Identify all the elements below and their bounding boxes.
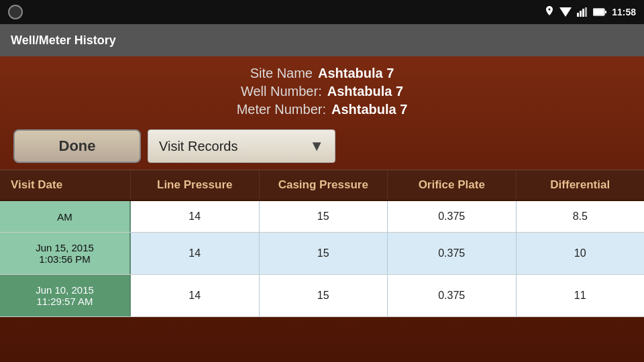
site-name-label: Site Name: [250, 66, 313, 81]
table-body: AM 14 15 0.375 8.5 Jun 15, 2015 1:03:56 …: [0, 201, 644, 362]
meter-number-value: Ashtabula 7: [331, 102, 407, 117]
cell-casing-1: 15: [260, 233, 388, 274]
cell-line-0: 14: [131, 201, 260, 232]
status-left: [8, 5, 23, 19]
status-right: 11:58: [545, 6, 636, 18]
wifi-icon: [559, 7, 572, 17]
table-header: Visit Date Line Pressure Casing Pressure…: [0, 170, 644, 201]
main-content: Site Name Ashtabula 7 Well Number: Ashta…: [0, 56, 644, 362]
svg-rect-2: [580, 11, 582, 17]
table-row[interactable]: Jun 10, 2015 11:29:57 AM 14 15 0.375 11: [0, 275, 644, 317]
well-number-label: Well Number:: [241, 84, 322, 99]
cell-diff-2: 11: [517, 275, 645, 316]
app-title: Well/Meter History: [11, 34, 116, 48]
battery-icon: [593, 8, 606, 16]
chevron-down-icon: ▼: [309, 137, 324, 155]
cell-diff-1: 10: [517, 233, 645, 274]
svg-marker-0: [559, 7, 572, 17]
svg-rect-1: [577, 13, 579, 17]
cell-orifice-1: 0.375: [388, 233, 517, 274]
cell-date-0: AM: [0, 201, 131, 232]
cell-date-1: Jun 15, 2015 1:03:56 PM: [0, 233, 131, 274]
table-row[interactable]: Jun 15, 2015 1:03:56 PM 14 15 0.375 10: [0, 233, 644, 275]
cell-line-2: 14: [131, 275, 260, 316]
title-bar: Well/Meter History: [0, 24, 644, 56]
cell-line-1: 14: [131, 233, 260, 274]
info-section: Site Name Ashtabula 7 Well Number: Ashta…: [0, 56, 644, 123]
cell-orifice-2: 0.375: [388, 275, 517, 316]
site-name-row: Site Name Ashtabula 7: [13, 66, 631, 81]
col-header-visit-date: Visit Date: [0, 170, 131, 200]
dropdown-label: Visit Records: [159, 139, 237, 154]
svg-rect-7: [594, 10, 604, 15]
visit-records-dropdown[interactable]: Visit Records ▼: [148, 129, 335, 163]
circle-icon: [8, 5, 23, 19]
site-name-value: Ashtabula 7: [318, 66, 394, 81]
cell-orifice-0: 0.375: [388, 201, 517, 232]
done-button[interactable]: Done: [13, 129, 141, 163]
cell-casing-0: 15: [260, 201, 388, 232]
controls-row: Done Visit Records ▼: [0, 123, 644, 170]
status-bar: 11:58: [0, 0, 644, 24]
cell-casing-2: 15: [260, 275, 388, 316]
well-number-value: Ashtabula 7: [327, 84, 403, 99]
location-icon: [545, 6, 554, 18]
col-header-line-pressure: Line Pressure: [131, 170, 260, 200]
meter-number-label: Meter Number:: [237, 102, 326, 117]
svg-rect-3: [582, 9, 584, 17]
col-header-differential: Differential: [517, 170, 645, 200]
signal-icon: [577, 7, 588, 17]
table-row[interactable]: AM 14 15 0.375 8.5: [0, 201, 644, 233]
col-header-casing-pressure: Casing Pressure: [260, 170, 388, 200]
well-number-row: Well Number: Ashtabula 7: [13, 84, 631, 99]
cell-diff-0: 8.5: [517, 201, 645, 232]
svg-rect-4: [585, 7, 587, 17]
data-table: Visit Date Line Pressure Casing Pressure…: [0, 170, 644, 362]
cell-date-2: Jun 10, 2015 11:29:57 AM: [0, 275, 131, 316]
svg-rect-6: [605, 11, 606, 13]
col-header-orifice-plate: Orifice Plate: [388, 170, 517, 200]
time-display: 11:58: [612, 7, 636, 17]
meter-number-row: Meter Number: Ashtabula 7: [13, 102, 631, 117]
